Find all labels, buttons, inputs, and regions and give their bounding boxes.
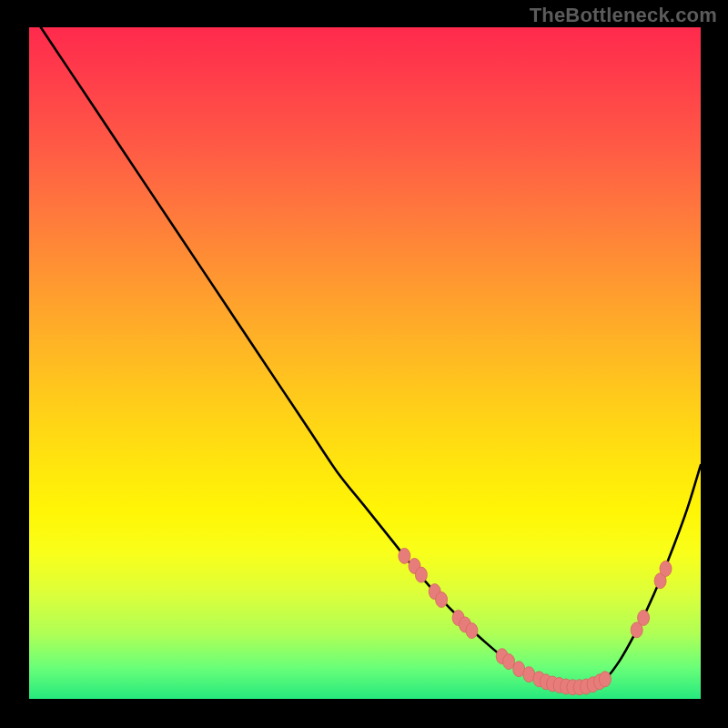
data-marker [436,592,448,608]
data-marker [466,623,478,639]
data-marker [415,567,427,582]
y-axis-line [25,25,29,703]
data-marker [638,610,650,625]
bottleneck-curve [41,27,701,687]
data-marker [599,672,611,687]
chart-svg [27,27,701,701]
watermark-text: TheBottleneck.com [530,4,717,27]
data-marker [660,561,672,576]
data-markers [399,548,672,694]
chart-container: TheBottleneck.com [0,0,728,728]
x-axis-line [25,699,703,703]
data-marker [399,548,410,563]
